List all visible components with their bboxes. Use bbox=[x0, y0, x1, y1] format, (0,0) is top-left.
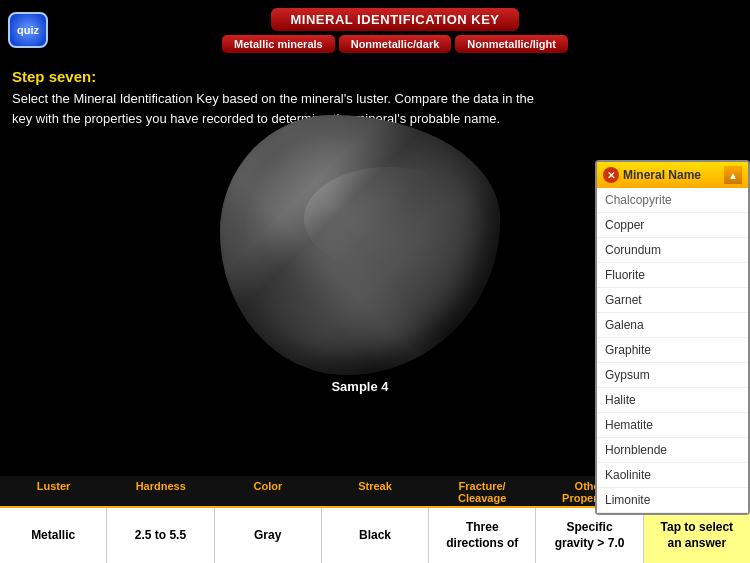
header-center: MINERAL IDENTIFICATION KEY Metallic mine… bbox=[48, 8, 742, 53]
scroll-up-icon[interactable]: ▲ bbox=[724, 166, 742, 184]
sample-label: Sample 4 bbox=[220, 379, 500, 394]
nav-tabs: Metallic minerals Nonmetallic/dark Nonme… bbox=[222, 35, 568, 53]
dropdown-item[interactable]: Hematite bbox=[597, 413, 748, 438]
cell-other: Specificgravity > 7.0 bbox=[536, 508, 643, 563]
dropdown-item[interactable]: Chalcopyrite bbox=[597, 188, 748, 213]
title-text: MINERAL IDENTIFICATION KEY bbox=[291, 12, 500, 27]
tab-metallic-label: Metallic minerals bbox=[234, 38, 323, 50]
dropdown-item[interactable]: Corundum bbox=[597, 238, 748, 263]
cell-hardness: 2.5 to 5.5 bbox=[107, 508, 214, 563]
cell-cleavage: Threedirections of bbox=[429, 508, 536, 563]
quiz-label: quiz bbox=[17, 24, 39, 36]
mineral-image: Sample 4 bbox=[220, 115, 500, 395]
main-content: Step seven: Select the Mineral Identific… bbox=[0, 60, 750, 563]
dropdown-item[interactable]: Garnet bbox=[597, 288, 748, 313]
dropdown-item[interactable]: Kaolinite bbox=[597, 463, 748, 488]
col-header-luster: Luster bbox=[0, 480, 107, 504]
tab-nonmetallic-dark-label: Nonmetallic/dark bbox=[351, 38, 440, 50]
tab-nonmetallic-light[interactable]: Nonmetallic/light bbox=[455, 35, 568, 53]
close-label: ✕ bbox=[607, 170, 615, 181]
quiz-badge: quiz bbox=[8, 12, 48, 48]
tab-nonmetallic-dark[interactable]: Nonmetallic/dark bbox=[339, 35, 452, 53]
dropdown-title: Mineral Name bbox=[623, 168, 720, 182]
dropdown-item[interactable]: Gypsum bbox=[597, 363, 748, 388]
tab-metallic[interactable]: Metallic minerals bbox=[222, 35, 335, 53]
step-label: Step seven: bbox=[0, 60, 750, 89]
dropdown-item[interactable]: Graphite bbox=[597, 338, 748, 363]
cell-color: Gray bbox=[215, 508, 322, 563]
col-header-streak: Streak bbox=[321, 480, 428, 504]
cell-luster: Metallic bbox=[0, 508, 107, 563]
dropdown-header: ✕ Mineral Name ▲ bbox=[597, 162, 748, 188]
cell-streak: Black bbox=[322, 508, 429, 563]
col-header-hardness: Hardness bbox=[107, 480, 214, 504]
dropdown-item[interactable]: Halite bbox=[597, 388, 748, 413]
dropdown-item[interactable]: Fluorite bbox=[597, 263, 748, 288]
rock-image bbox=[220, 115, 500, 375]
mineral-dropdown-panel: ✕ Mineral Name ▲ ChalcopyriteCopperCorun… bbox=[595, 160, 750, 515]
page-title: MINERAL IDENTIFICATION KEY bbox=[271, 8, 520, 31]
tab-nonmetallic-light-label: Nonmetallic/light bbox=[467, 38, 556, 50]
col-header-cleavage: Fracture/Cleavage bbox=[429, 480, 536, 504]
app-header: quiz MINERAL IDENTIFICATION KEY Metallic… bbox=[0, 0, 750, 60]
cell-answer[interactable]: Tap to selectan answer bbox=[644, 508, 750, 563]
dropdown-item[interactable]: Hornblende bbox=[597, 438, 748, 463]
dropdown-item[interactable]: Limonite bbox=[597, 488, 748, 513]
close-icon[interactable]: ✕ bbox=[603, 167, 619, 183]
dropdown-list[interactable]: ChalcopyriteCopperCorundumFluoriteGarnet… bbox=[597, 188, 748, 513]
col-header-color: Color bbox=[214, 480, 321, 504]
dropdown-item[interactable]: Copper bbox=[597, 213, 748, 238]
dropdown-item[interactable]: Galena bbox=[597, 313, 748, 338]
